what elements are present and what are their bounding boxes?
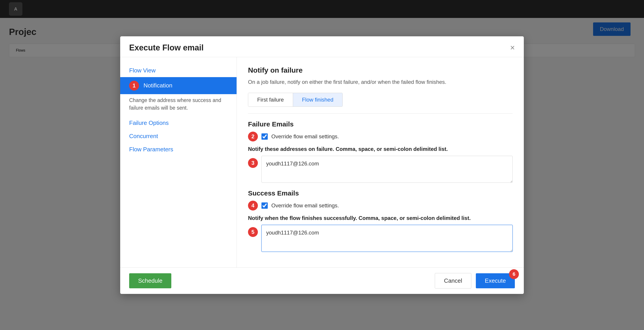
modal-title: Execute Flow email [129,43,204,52]
success-emails-section: Success Emails 4 Override flow email set… [248,190,512,258]
failure-field-label: Notify these addresses on failure. Comma… [248,146,512,152]
modal-sidebar: Flow View 1 Notification Change the addr… [120,57,237,268]
notification-step-badge: 1 [129,81,139,90]
sidebar-item-flow-parameters[interactable]: Flow Parameters [120,143,236,156]
sidebar-item-concurrent[interactable]: Concurrent [120,130,236,143]
failure-emails-title: Failure Emails [248,120,512,128]
failure-override-row: 2 Override flow email settings. [248,132,512,142]
sidebar-item-flow-view[interactable]: Flow View [120,64,236,77]
failure-emails-section: Failure Emails 2 Override flow email set… [248,120,512,190]
failure-override-label: Override flow email settings. [271,134,339,140]
modal-body: Flow View 1 Notification Change the addr… [120,57,524,268]
failure-textarea-step-badge: 3 [248,158,258,168]
failure-email-textarea[interactable] [262,156,512,183]
success-field-label: Notify when the flow finishes successful… [248,215,512,221]
flow-finished-toggle[interactable]: Flow finished [293,93,342,106]
main-content: Notify on failure On a job failure, noti… [237,57,524,268]
success-override-row: 4 Override flow email settings. [248,201,512,210]
modal-footer: Schedule Cancel Execute 6 [120,268,524,294]
success-step-badge: 4 [248,201,258,210]
failure-step-badge: 2 [248,132,258,142]
sidebar-item-notification[interactable]: 1 Notification [120,77,236,94]
success-email-textarea[interactable] [262,225,512,252]
notify-failure-desc: On a job failure, notify on either the f… [248,78,512,86]
success-emails-title: Success Emails [248,190,512,197]
notify-failure-title: Notify on failure [248,66,512,74]
execute-btn-wrapper: Execute 6 [476,273,515,288]
sidebar-item-failure-options[interactable]: Failure Options [120,116,236,130]
notification-label: Notification [144,82,172,89]
notification-description: Change the address where success and fai… [120,94,236,116]
failure-toggle-group: First failure Flow finished [248,93,343,107]
cancel-button[interactable]: Cancel [435,273,471,288]
modal-overlay: Execute Flow email × Flow View 1 Notific… [0,0,644,330]
failure-override-checkbox[interactable] [262,134,268,140]
first-failure-toggle[interactable]: First failure [248,93,293,106]
modal-close-button[interactable]: × [510,44,515,52]
schedule-button[interactable]: Schedule [129,273,171,288]
success-textarea-step-badge: 5 [248,227,258,237]
divider-1 [248,114,512,114]
success-override-label: Override flow email settings. [271,202,339,209]
notify-on-failure-section: Notify on failure On a job failure, noti… [248,66,512,107]
execute-flow-modal: Execute Flow email × Flow View 1 Notific… [120,36,524,294]
footer-right-actions: Cancel Execute 6 [435,273,515,288]
modal-header: Execute Flow email × [120,36,524,57]
execute-step-badge: 6 [509,269,519,279]
success-override-checkbox[interactable] [262,202,268,209]
